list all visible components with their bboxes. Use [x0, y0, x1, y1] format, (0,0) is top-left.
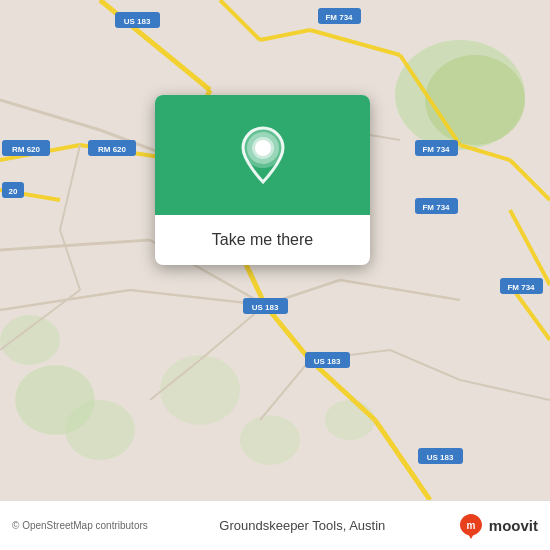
take-me-there-button[interactable]: Take me there	[204, 227, 321, 253]
svg-text:US 183: US 183	[427, 453, 454, 462]
moovit-label: moovit	[489, 517, 538, 534]
svg-text:RM 620: RM 620	[98, 145, 127, 154]
popup-header	[155, 95, 370, 215]
svg-point-6	[160, 355, 240, 425]
svg-text:20: 20	[9, 187, 18, 196]
popup-button-area: Take me there	[155, 215, 370, 265]
bottom-bar: © OpenStreetMap contributors Groundskeep…	[0, 500, 550, 550]
location-pin-icon	[239, 126, 287, 184]
svg-point-72	[255, 140, 271, 156]
svg-text:RM 620: RM 620	[12, 145, 41, 154]
svg-point-4	[65, 400, 135, 460]
svg-text:FM 734: FM 734	[422, 145, 450, 154]
moovit-brand-icon: m	[457, 512, 485, 540]
svg-point-7	[240, 415, 300, 465]
svg-text:US 183: US 183	[124, 17, 151, 26]
svg-text:m: m	[466, 520, 475, 531]
svg-text:US 183: US 183	[252, 303, 279, 312]
svg-point-8	[325, 400, 375, 440]
svg-text:FM 734: FM 734	[507, 283, 535, 292]
location-info: Groundskeeper Tools, Austin	[219, 518, 385, 533]
svg-point-5	[0, 315, 60, 365]
moovit-logo[interactable]: m moovit	[457, 512, 538, 540]
svg-text:US 183: US 183	[314, 357, 341, 366]
svg-text:FM 734: FM 734	[422, 203, 450, 212]
svg-point-2	[425, 55, 525, 145]
map-container[interactable]: US 183 FM 734 RM 620 RM 620 FM 734 FM 73…	[0, 0, 550, 500]
location-popup: Take me there	[155, 95, 370, 265]
svg-text:FM 734: FM 734	[325, 13, 353, 22]
copyright-text: © OpenStreetMap contributors	[12, 520, 148, 531]
